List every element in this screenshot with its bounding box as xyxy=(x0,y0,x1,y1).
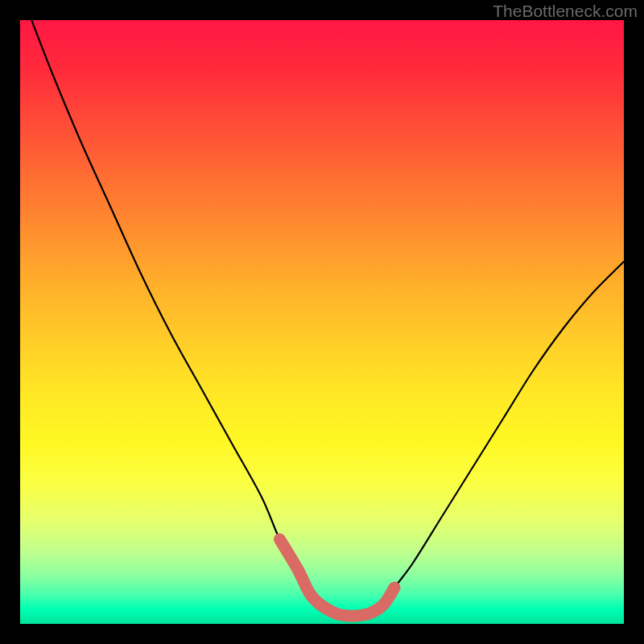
plot-area xyxy=(20,20,624,624)
curve-line xyxy=(20,20,624,616)
chart-svg xyxy=(20,20,624,624)
chart-container: TheBottleneck.com xyxy=(0,0,644,644)
highlight-line xyxy=(280,539,395,616)
watermark: TheBottleneck.com xyxy=(493,2,638,21)
